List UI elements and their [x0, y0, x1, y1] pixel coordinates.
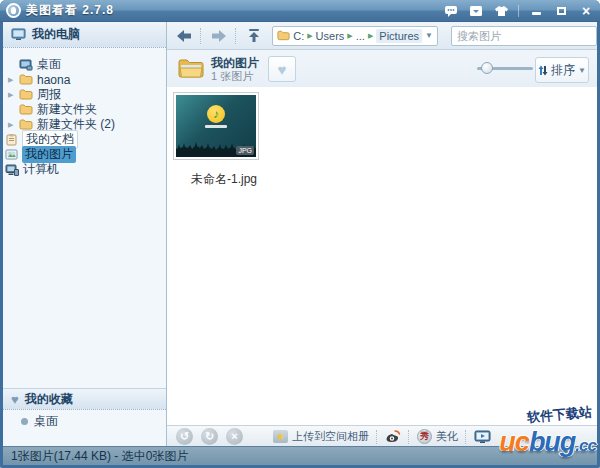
folder-icon: [19, 74, 33, 85]
breadcrumb-arrow-icon: ▶: [307, 32, 312, 40]
title-bar[interactable]: 美图看看 2.7.8 ×: [0, 0, 600, 22]
app-window: 美图看看 2.7.8 × 我的电脑: [0, 0, 600, 468]
expand-arrow-icon[interactable]: ▶: [8, 76, 19, 84]
window-title: 美图看看 2.7.8: [26, 2, 114, 19]
heart-icon: ♥: [11, 392, 19, 407]
beautify-button[interactable]: 秀 美化: [417, 429, 458, 444]
folder-icon: [19, 104, 33, 115]
beautify-label: 美化: [436, 429, 458, 444]
documents-icon: [5, 133, 18, 146]
forward-button[interactable]: [208, 25, 229, 47]
skin-shirt-icon[interactable]: [493, 4, 509, 18]
favorites-header[interactable]: ♥ 我的收藏: [3, 388, 166, 410]
sidebar-item-zhoubao[interactable]: ▶ 周报: [3, 87, 166, 102]
qzone-star-icon: ★: [273, 430, 288, 443]
sidebar-item-my-pictures[interactable]: 我的图片: [3, 147, 166, 162]
toolbar-divider: [376, 430, 378, 444]
qq-music-logo: ♪: [207, 105, 225, 123]
sort-label: 排序: [551, 62, 575, 79]
sort-arrows-icon: [538, 65, 548, 76]
slideshow-icon: [474, 430, 491, 444]
weibo-icon: [385, 430, 401, 443]
search-input[interactable]: [451, 26, 597, 46]
breadcrumb[interactable]: C: ▶ Users ▶ ... ▶ Pictures ▼: [272, 26, 438, 46]
bullet-icon: [21, 418, 28, 425]
breadcrumb-item-users[interactable]: Users: [316, 30, 345, 42]
sidebar-item-new-folder[interactable]: 新建文件夹: [3, 102, 166, 117]
breadcrumb-item-drive[interactable]: C:: [293, 30, 304, 42]
rotate-right-icon: ↻: [205, 431, 214, 442]
folder-tree: 桌面 ▶ haona ▶ 周报 新建文件夹: [3, 48, 166, 177]
toolbar-divider: [408, 430, 410, 444]
folder-icon: [277, 30, 290, 41]
favorites-label: 我的收藏: [25, 391, 73, 408]
breadcrumb-item-ellipsis[interactable]: ...: [356, 30, 365, 42]
image-thumbnail[interactable]: ♪ JPG 未命名-1.jpg: [173, 92, 259, 160]
nav-divider: [235, 28, 237, 44]
file-type-badge: JPG: [236, 146, 254, 155]
navigation-bar: C: ▶ Users ▶ ... ▶ Pictures ▼: [167, 22, 597, 50]
slideshow-button[interactable]: [474, 430, 491, 444]
rotate-left-button[interactable]: ↺: [176, 428, 193, 445]
monitor-icon: [11, 28, 26, 41]
my-computer-header[interactable]: 我的电脑: [3, 22, 166, 48]
nav-divider: [200, 28, 202, 44]
breadcrumb-arrow-icon: ▶: [368, 32, 373, 40]
minimize-icon[interactable]: [528, 4, 544, 18]
sidebar: 我的电脑 桌面 ▶ haona ▶: [3, 22, 167, 447]
message-box-icon[interactable]: [468, 4, 484, 18]
main-panel: C: ▶ Users ▶ ... ▶ Pictures ▼ 我的图片 1 张图片…: [167, 22, 597, 447]
breadcrumb-arrow-icon: ▶: [347, 32, 352, 40]
folder-header: 我的图片 1 张图片 ♥ 排序 ▼: [167, 50, 597, 88]
thumbnail-grid[interactable]: ♪ JPG 未命名-1.jpg: [167, 87, 597, 425]
sidebar-item-label: haona: [37, 73, 70, 87]
folder-icon: [19, 119, 33, 130]
share-weibo-button[interactable]: [385, 430, 401, 443]
thumbnail-caption-bar: [205, 125, 227, 128]
chevron-down-icon: ▼: [578, 66, 586, 75]
meitu-kankan-window: { "window": { "title": "美图看看 2.7.8" }, "…: [0, 0, 600, 468]
file-name: 未命名-1.jpg: [174, 171, 274, 188]
sidebar-item-haona[interactable]: ▶ haona: [3, 72, 166, 87]
sidebar-item-my-documents[interactable]: 我的文档: [3, 132, 166, 147]
close-icon[interactable]: ×: [578, 4, 594, 18]
picture-count: 1 张图片: [211, 69, 253, 84]
bottom-toolbar: ↺ ↻ × ★ 上传到空间相册 秀 美化: [167, 425, 597, 447]
delete-icon: ×: [231, 431, 237, 442]
expand-arrow-icon[interactable]: ▶: [8, 121, 19, 129]
desktop-icon: [19, 59, 33, 71]
favorite-toggle-button[interactable]: ♥: [268, 56, 296, 82]
back-button[interactable]: [173, 25, 194, 47]
slider-thumb[interactable]: [481, 62, 493, 74]
expand-arrow-icon[interactable]: ▶: [8, 91, 19, 99]
thumbnail-image: ♪ JPG: [176, 95, 256, 157]
pictures-icon: [5, 148, 18, 161]
favorite-item-label: 桌面: [34, 413, 58, 430]
chevron-down-icon[interactable]: ▼: [425, 31, 433, 40]
app-logo-icon: [6, 3, 21, 18]
feedback-bubble-icon[interactable]: [443, 4, 459, 18]
computer-icon: [5, 164, 19, 176]
sidebar-item-label: 桌面: [37, 56, 61, 73]
my-computer-label: 我的电脑: [32, 26, 80, 43]
sidebar-item-desktop[interactable]: 桌面: [3, 57, 166, 72]
status-bar: 1张图片(17.44 KB) - 选中0张图片: [3, 446, 597, 465]
open-folder-icon: [177, 56, 205, 80]
toolbar-divider: [465, 430, 467, 444]
heart-icon: ♥: [278, 61, 287, 78]
titlebar-divider: [518, 5, 519, 17]
upload-to-qzone-button[interactable]: ★ 上传到空间相册: [273, 429, 369, 444]
folder-icon: [19, 89, 33, 100]
thumbnail-size-slider[interactable]: [477, 67, 533, 70]
rotate-right-button[interactable]: ↻: [201, 428, 218, 445]
rotate-left-icon: ↺: [180, 431, 189, 442]
status-text: 1张图片(17.44 KB) - 选中0张图片: [11, 448, 188, 465]
breadcrumb-item-pictures[interactable]: Pictures: [376, 29, 422, 43]
sort-button[interactable]: 排序 ▼: [535, 57, 589, 83]
upload-label: 上传到空间相册: [292, 429, 369, 444]
sidebar-item-computer[interactable]: 计算机: [3, 162, 166, 177]
maximize-icon[interactable]: [553, 4, 569, 18]
up-level-button[interactable]: [243, 25, 264, 47]
favorite-item-desktop[interactable]: 桌面: [3, 412, 166, 430]
delete-button[interactable]: ×: [226, 428, 243, 445]
